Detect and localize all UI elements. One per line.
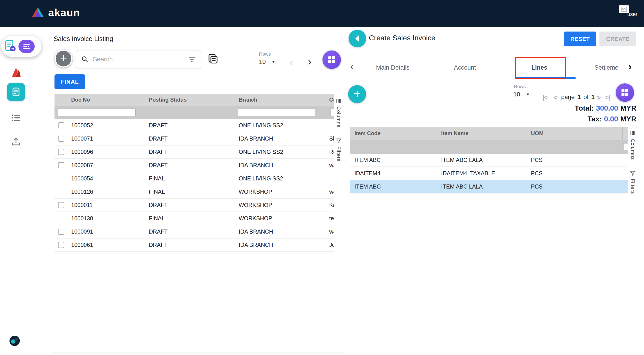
chevron-down-icon: ▼ (526, 92, 530, 97)
column-header-uom[interactable]: UOM (531, 127, 544, 140)
table-row[interactable]: 1000126 FINAL WORKSHOP wa (54, 186, 334, 199)
column-header-posting-status[interactable]: Posting Status (149, 94, 187, 106)
cell-posting-status: DRAFT (149, 132, 168, 145)
cell-branch: WORKSHOP (239, 186, 272, 198)
cell-branch: ONE LIVING SS2 (239, 146, 283, 158)
invoice-table: Doc No Posting Status Branch Cu 1000052 … (54, 94, 334, 252)
back-button[interactable] (348, 30, 366, 47)
cell-item-name: ITEM ABC LALA (441, 154, 483, 166)
last-page-button[interactable]: >| (605, 94, 610, 101)
column-header-customer[interactable]: Cu (329, 94, 334, 106)
line-item-row[interactable]: ITEM ABC ITEM ABC LALA PCS (350, 154, 628, 167)
menu-arrow-icon (23, 43, 30, 50)
add-invoice-button[interactable]: + (54, 50, 72, 68)
row-checkbox[interactable] (58, 229, 64, 235)
sidebar-item-listing[interactable] (11, 113, 21, 122)
tab-main-details[interactable]: Main Details (376, 64, 410, 71)
next-page-button[interactable]: > (597, 94, 600, 102)
filter-list-icon[interactable] (188, 56, 196, 62)
row-checkbox[interactable] (58, 162, 64, 168)
column-header-branch[interactable]: Branch (239, 94, 257, 106)
tab-settlement[interactable]: Settleme (594, 64, 628, 71)
filter-funnel-icon (336, 138, 342, 144)
status-filter-chip[interactable]: FINAL (54, 74, 85, 89)
rows-per-page-label: Rows (514, 84, 526, 89)
table-row[interactable]: 1000091 DRAFT IDA BRANCH wa (54, 225, 334, 238)
row-checkbox[interactable] (58, 202, 64, 208)
brand-logo: akaun (32, 6, 80, 19)
cell-branch: WORKSHOP (239, 212, 272, 225)
pinned-app-pill[interactable] (1, 36, 42, 57)
help-widget[interactable] (9, 335, 20, 346)
column-divider (527, 140, 527, 154)
apps-grid-button[interactable] (616, 83, 634, 102)
first-page-button[interactable]: |< (543, 94, 547, 101)
table-side-strip: Columns Filters (334, 94, 343, 335)
footer-divider (51, 352, 343, 352)
doc-no-filter-input[interactable] (58, 108, 136, 116)
sidebar-item-accounting-app[interactable] (7, 83, 25, 101)
table-row[interactable]: 1000052 DRAFT ONE LIVING SS2 (54, 119, 334, 132)
filters-toggle[interactable]: Filters (630, 179, 636, 194)
row-checkbox[interactable] (58, 136, 64, 142)
table-row[interactable]: 1000011 DRAFT WORKSHOP Ka (54, 199, 334, 212)
cell-branch: IDA BRANCH (239, 132, 273, 145)
branch-filter-input[interactable] (238, 108, 316, 116)
next-page-button[interactable]: › (308, 56, 312, 67)
rows-per-page-select[interactable]: 10 ▼ (514, 91, 530, 98)
columns-toggle[interactable]: Columns (630, 139, 636, 160)
grid-icon (620, 88, 629, 97)
duplicate-view-button[interactable] (207, 53, 219, 65)
tab-account[interactable]: Account (454, 64, 476, 71)
cell-doc-no: 1000071 (71, 132, 93, 145)
red-app-icon (10, 66, 22, 79)
sidebar (0, 27, 32, 355)
table-row[interactable]: 1000130 FINAL WORKSHOP te (54, 212, 334, 225)
cell-customer: te (329, 212, 334, 225)
column-header-item-name[interactable]: Item Name (441, 127, 468, 140)
cell-customer: wa (329, 225, 334, 238)
previous-page-button[interactable]: < (554, 94, 557, 102)
tabs-scroll-right-button[interactable]: › (628, 60, 632, 72)
line-item-row[interactable]: IDAITEM4 IDAITEM4_TAXABLE PCS (350, 167, 628, 180)
row-checkbox[interactable] (58, 242, 64, 248)
table-row[interactable]: 1000096 DRAFT ONE LIVING SS2 Re (54, 146, 334, 159)
cell-posting-status: DRAFT (149, 119, 168, 132)
apps-grid-button[interactable] (322, 50, 341, 69)
create-button[interactable]: CREATE (600, 32, 636, 46)
cell-posting-status: DRAFT (149, 159, 168, 172)
columns-toggle[interactable]: Columns (336, 106, 342, 128)
table-row[interactable]: 1000071 DRAFT IDA BRANCH Si (54, 132, 334, 146)
cell-item-code: ITEM ABC (354, 180, 381, 193)
user-avatar[interactable]: user (619, 4, 640, 21)
sidebar-item-reports-app[interactable] (10, 66, 22, 79)
sidebar-item-upload[interactable] (11, 136, 21, 146)
rows-per-page-select[interactable]: 10 ▼ (259, 58, 276, 66)
line-item-row-selected[interactable]: ITEM ABC ITEM ABC LALA PCS (350, 180, 628, 194)
filters-toggle[interactable]: Filters (336, 146, 342, 162)
table-row[interactable]: 1000087 DRAFT IDA BRANCH wa (54, 159, 334, 172)
table-row[interactable]: 1000061 DRAFT IDA BRANCH Jo (54, 238, 334, 252)
cell-doc-no: 1000052 (71, 119, 93, 132)
previous-page-button[interactable]: ‹ (290, 57, 293, 68)
add-line-button[interactable]: + (348, 85, 366, 103)
table-row[interactable]: 1000054 FINAL ONE LIVING SS2 (54, 172, 334, 186)
upload-icon (11, 136, 21, 146)
tabs-scroll-left-button[interactable]: ‹ (350, 61, 354, 72)
sidebar-expand-button[interactable] (18, 40, 35, 53)
search-input[interactable] (92, 56, 184, 63)
reset-button[interactable]: RESET (564, 32, 596, 46)
tab-lines[interactable]: Lines (532, 64, 548, 71)
cell-posting-status: DRAFT (149, 199, 168, 212)
line-items-table: Item Code Item Name UOM ITEM ABC ITEM AB… (350, 127, 628, 194)
cell-uom: PCS (531, 167, 542, 180)
total-label: Total: (575, 104, 594, 112)
column-header-item-code[interactable]: Item Code (354, 127, 380, 140)
row-checkbox[interactable] (58, 149, 64, 155)
table-side-strip: Columns Filters (628, 127, 637, 351)
page-title: Sales Invoice Listing (54, 35, 113, 42)
of-word: of (584, 94, 588, 101)
row-checkbox[interactable] (58, 122, 64, 128)
column-header-doc-no[interactable]: Doc No (71, 94, 90, 106)
search-box[interactable] (76, 50, 201, 68)
